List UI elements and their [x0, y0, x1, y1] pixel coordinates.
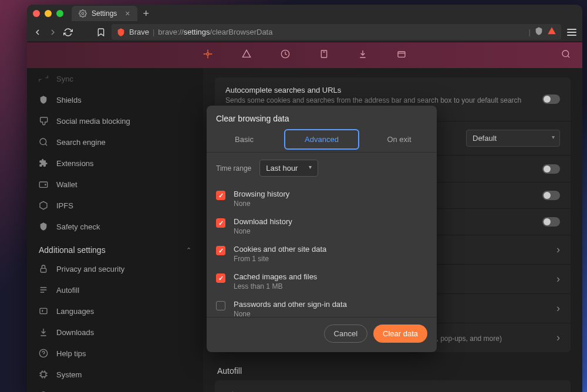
lock-icon [39, 264, 48, 273]
select-default[interactable]: Default [466, 130, 560, 147]
toggle[interactable] [542, 217, 560, 227]
sidebar-item-shields[interactable]: Shields [27, 89, 203, 110]
clear-data-item: Cached images and filesLess than 1 MB [216, 268, 427, 295]
language-icon [39, 306, 48, 316]
checkbox[interactable] [216, 218, 225, 228]
sidebar-item-languages[interactable]: Languages [27, 300, 203, 322]
sidebar: Sync Shields Social media blocking Searc… [27, 42, 203, 392]
search-icon[interactable] [561, 49, 571, 61]
time-range-select[interactable]: Last hour [259, 160, 318, 177]
sidebar-item-safety[interactable]: Safety check [27, 216, 203, 237]
chip-icon [39, 370, 48, 379]
tab-basic[interactable]: Basic [207, 129, 282, 152]
chevron-right-icon: › [556, 273, 560, 285]
tab-advanced[interactable]: Advanced [284, 129, 359, 150]
svg-rect-10 [40, 308, 47, 313]
svg-point-5 [562, 50, 569, 57]
svg-point-11 [39, 349, 47, 357]
checkbox[interactable] [216, 273, 225, 283]
shield-icon [116, 28, 126, 37]
tab-title: Settings [92, 9, 117, 18]
sidebar-item-label: Sync [56, 75, 73, 83]
sidebar-item-label: Wallet [56, 180, 77, 189]
sidebar-item-help[interactable]: Help tips [27, 343, 203, 364]
checkbox[interactable] [216, 191, 225, 200]
item-subtitle: From 1 site [234, 255, 326, 263]
brave-shield-icon[interactable] [534, 26, 544, 38]
toggle[interactable] [542, 164, 560, 174]
svg-point-1 [207, 53, 209, 55]
cancel-button[interactable]: Cancel [324, 325, 367, 343]
key-icon [225, 390, 235, 393]
item-subtitle: None [234, 310, 347, 317]
sidebar-section-additional[interactable]: Additional settings ⌃ [27, 237, 203, 258]
sidebar-item-label: Safety check [56, 222, 100, 231]
sidebar-item-reset[interactable]: Reset settings [27, 385, 203, 392]
sidebar-item-label: Social media blocking [56, 117, 130, 126]
thumbs-down-icon [39, 116, 48, 126]
gear-icon [79, 9, 87, 18]
time-range-label: Time range [216, 164, 251, 173]
sidebar-item-extensions[interactable]: Extensions [27, 153, 203, 174]
item-subtitle: Less than 1 MB [234, 282, 317, 290]
tab-shields-icon[interactable] [242, 49, 251, 61]
sidebar-item-label: IPFS [56, 201, 73, 210]
item-title: Download history [234, 217, 292, 226]
brave-rewards-icon[interactable] [547, 26, 556, 38]
reload-button[interactable] [63, 28, 73, 37]
toggle[interactable] [542, 191, 560, 200]
svg-point-8 [45, 184, 46, 185]
sidebar-item-system[interactable]: System [27, 364, 203, 385]
menu-button[interactable] [567, 29, 576, 36]
new-tab-button[interactable]: + [143, 8, 150, 20]
row-passwords[interactable]: Passwords › [215, 380, 571, 392]
browser-tab-settings[interactable]: Settings × [72, 6, 137, 21]
help-icon [39, 349, 48, 358]
maximize-window-button[interactable] [56, 10, 63, 17]
item-subtitle: None [234, 200, 289, 208]
item-title: Browsing history [234, 190, 289, 198]
tab-downloads-icon[interactable] [358, 49, 367, 61]
row-title: Autocomplete searches and URLs [225, 86, 542, 94]
sidebar-item-privacy[interactable]: Privacy and security [27, 258, 203, 279]
download-icon [39, 327, 48, 337]
browser-window: Settings × + Brave | brave://settings/cl… [27, 5, 582, 392]
url-bar[interactable]: Brave | brave://settings/clearBrowserDat… [112, 24, 561, 40]
forward-button[interactable] [48, 28, 58, 37]
tab-bookmarks-icon[interactable] [319, 49, 329, 61]
close-tab-icon[interactable]: × [125, 9, 130, 18]
search-icon [39, 137, 48, 147]
checkbox[interactable] [216, 301, 225, 310]
puzzle-icon [39, 158, 48, 168]
sidebar-item-wallet[interactable]: Wallet [27, 174, 203, 195]
chevron-right-icon: › [556, 388, 560, 392]
sidebar-item-ipfs[interactable]: IPFS [27, 195, 203, 216]
tab-general-icon[interactable] [203, 49, 212, 61]
chevron-right-icon: › [556, 332, 560, 344]
tab-history-icon[interactable] [281, 49, 290, 61]
sidebar-item-autofill[interactable]: Autofill [27, 279, 203, 300]
shield-check-icon [39, 222, 48, 231]
tab-on-exit[interactable]: On exit [362, 129, 437, 152]
dialog-body: Time range Last hour Browsing historyNon… [207, 153, 437, 317]
clear-data-item: Download historyNone [216, 212, 427, 240]
bookmark-button[interactable] [96, 28, 106, 37]
sidebar-item-downloads[interactable]: Downloads [27, 322, 203, 343]
tab-wallet-icon[interactable] [397, 49, 406, 61]
clear-data-button[interactable]: Clear data [373, 325, 427, 343]
svg-rect-12 [41, 372, 46, 377]
minimize-window-button[interactable] [45, 10, 52, 17]
list-icon [39, 285, 48, 295]
back-button[interactable] [33, 28, 42, 37]
close-window-button[interactable] [33, 10, 40, 17]
sidebar-item-label: Help tips [56, 349, 86, 358]
sidebar-item-label: Downloads [56, 328, 94, 337]
toggle-autocomplete[interactable] [542, 94, 560, 104]
clear-browsing-data-dialog: Clear browsing data Basic Advanced On ex… [207, 106, 437, 352]
sidebar-item-sync[interactable]: Sync [27, 68, 203, 89]
item-title: Cookies and other site data [234, 245, 326, 254]
time-range-row: Time range Last hour [216, 160, 427, 177]
checkbox[interactable] [216, 246, 225, 255]
sidebar-item-search[interactable]: Search engine [27, 131, 203, 153]
sidebar-item-social[interactable]: Social media blocking [27, 110, 203, 131]
